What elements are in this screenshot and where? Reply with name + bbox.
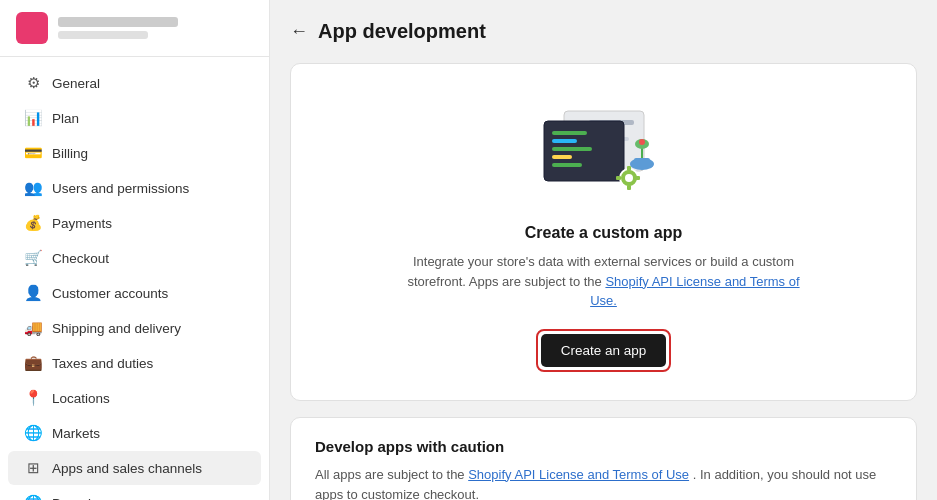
plan-icon: 📊: [24, 109, 42, 127]
hero-card: Create a custom app Integrate your store…: [290, 63, 917, 401]
sidebar-item-label: Plan: [52, 111, 79, 126]
payments-icon: 💰: [24, 214, 42, 232]
sidebar-item-label: Markets: [52, 426, 100, 441]
sidebar-item-label: Apps and sales channels: [52, 461, 202, 476]
shipping-icon: 🚚: [24, 319, 42, 337]
general-icon: ⚙: [24, 74, 42, 92]
sidebar-item-shipping[interactable]: 🚚 Shipping and delivery: [8, 311, 261, 345]
caution-card: Develop apps with caution All apps are s…: [290, 417, 917, 501]
svg-rect-6: [552, 139, 577, 143]
svg-rect-17: [627, 166, 631, 171]
sidebar-item-general[interactable]: ⚙ General: [8, 66, 261, 100]
checkout-icon: 🛒: [24, 249, 42, 267]
sidebar-item-billing[interactable]: 💳 Billing: [8, 136, 261, 170]
hero-card-body: Create a custom app Integrate your store…: [291, 64, 916, 400]
sidebar-item-label: Shipping and delivery: [52, 321, 181, 336]
store-name-line2: [58, 31, 148, 39]
sidebar-item-apps[interactable]: ⊞ Apps and sales channels: [8, 451, 261, 485]
caution-description: All apps are subject to the Shopify API …: [315, 465, 892, 501]
sidebar-item-plan[interactable]: 📊 Plan: [8, 101, 261, 135]
store-name: [58, 17, 253, 39]
sidebar-item-label: General: [52, 76, 100, 91]
svg-rect-5: [552, 131, 587, 135]
create-app-button[interactable]: Create an app: [541, 334, 667, 367]
sidebar-nav: ⚙ General 📊 Plan 💳 Billing 👥 Users and p…: [0, 57, 269, 500]
sidebar-item-label: Locations: [52, 391, 110, 406]
sidebar-item-locations[interactable]: 📍 Locations: [8, 381, 261, 415]
locations-icon: 📍: [24, 389, 42, 407]
sidebar-item-taxes[interactable]: 💼 Taxes and duties: [8, 346, 261, 380]
caution-link[interactable]: Shopify API License and Terms of Use: [468, 467, 689, 482]
users-icon: 👥: [24, 179, 42, 197]
svg-rect-18: [627, 185, 631, 190]
svg-rect-7: [552, 147, 592, 151]
svg-rect-19: [616, 176, 621, 180]
main-content: ← App development: [270, 0, 937, 500]
hero-link[interactable]: Shopify API License and Terms of Use.: [590, 274, 799, 309]
create-app-button-wrapper: Create an app: [536, 329, 672, 372]
caution-card-body: Develop apps with caution All apps are s…: [291, 418, 916, 501]
svg-rect-8: [552, 155, 572, 159]
store-name-line1: [58, 17, 178, 27]
sidebar-item-customer-accounts[interactable]: 👤 Customer accounts: [8, 276, 261, 310]
caution-heading: Develop apps with caution: [315, 438, 892, 455]
sidebar-header: [0, 0, 269, 57]
svg-point-16: [625, 174, 633, 182]
sidebar-item-label: Checkout: [52, 251, 109, 266]
svg-rect-20: [635, 176, 640, 180]
sidebar-item-label: Customer accounts: [52, 286, 168, 301]
sidebar-item-payments[interactable]: 💰 Payments: [8, 206, 261, 240]
sidebar-item-label: Billing: [52, 146, 88, 161]
domains-icon: 🌐: [24, 494, 42, 500]
sidebar-item-domains[interactable]: 🌐 Domains: [8, 486, 261, 500]
markets-icon: 🌐: [24, 424, 42, 442]
svg-rect-11: [634, 158, 650, 168]
svg-rect-9: [552, 163, 582, 167]
sidebar-item-checkout[interactable]: 🛒 Checkout: [8, 241, 261, 275]
sidebar-item-label: Users and permissions: [52, 181, 189, 196]
store-logo: [16, 12, 48, 44]
sidebar: ⚙ General 📊 Plan 💳 Billing 👥 Users and p…: [0, 0, 270, 500]
taxes-icon: 💼: [24, 354, 42, 372]
back-button[interactable]: ←: [290, 21, 308, 42]
svg-point-14: [639, 139, 645, 145]
page-title: App development: [318, 20, 486, 43]
hero-description: Integrate your store's data with externa…: [404, 252, 804, 311]
sidebar-item-label: Taxes and duties: [52, 356, 153, 371]
sidebar-item-markets[interactable]: 🌐 Markets: [8, 416, 261, 450]
sidebar-item-label: Domains: [52, 496, 105, 501]
page-header: ← App development: [290, 20, 917, 43]
caution-desc-text: All apps are subject to the: [315, 467, 468, 482]
apps-icon: ⊞: [24, 459, 42, 477]
hero-illustration: [534, 96, 674, 206]
hero-heading: Create a custom app: [525, 224, 682, 242]
billing-icon: 💳: [24, 144, 42, 162]
customer-accounts-icon: 👤: [24, 284, 42, 302]
sidebar-item-users[interactable]: 👥 Users and permissions: [8, 171, 261, 205]
sidebar-item-label: Payments: [52, 216, 112, 231]
